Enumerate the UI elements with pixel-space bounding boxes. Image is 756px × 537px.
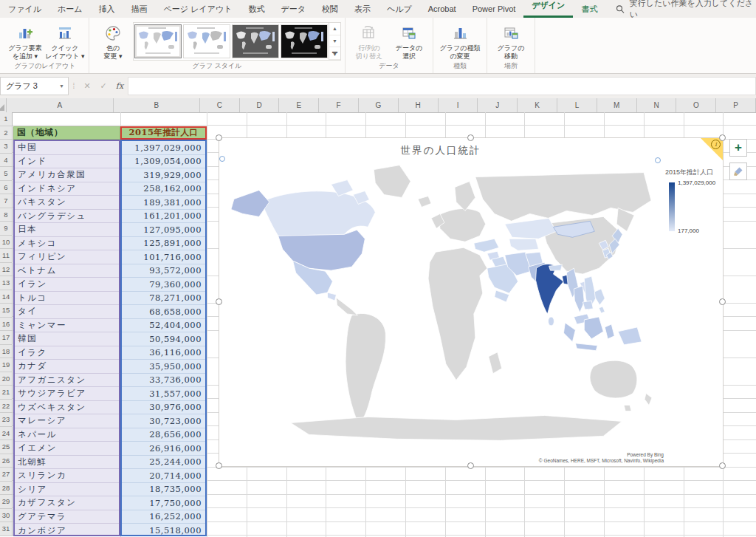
- population-range[interactable]: 1,397,029,0001,309,054,000319,929,000258…: [120, 140, 207, 536]
- country-cell[interactable]: インド: [15, 155, 119, 169]
- country-cell[interactable]: ミャンマー: [15, 319, 119, 333]
- chart-resize-handle[interactable]: [719, 298, 726, 305]
- tab-11[interactable]: Acrobat: [420, 0, 464, 18]
- column-header-G[interactable]: G: [359, 98, 399, 112]
- chart-style-2[interactable]: [183, 24, 230, 58]
- population-cell[interactable]: 127,095,000: [122, 223, 205, 237]
- country-cell[interactable]: 日本: [15, 223, 119, 237]
- row-header-13[interactable]: 13: [0, 276, 13, 290]
- tab-3[interactable]: 挿入: [91, 0, 123, 18]
- population-cell[interactable]: 25,244,000: [122, 456, 205, 470]
- tab-7[interactable]: データ: [272, 0, 314, 18]
- row-header-4[interactable]: 4: [0, 154, 13, 168]
- column-header-I[interactable]: I: [439, 98, 478, 112]
- country-cell[interactable]: トルコ: [15, 292, 119, 306]
- row-header-14[interactable]: 14: [0, 290, 13, 304]
- country-cell[interactable]: イラク: [15, 346, 119, 360]
- country-cell[interactable]: タイ: [15, 305, 119, 319]
- population-cell[interactable]: 20,714,000: [122, 469, 205, 483]
- population-cell[interactable]: 17,750,000: [122, 496, 205, 510]
- select-data-button[interactable]: データの 選択: [389, 19, 429, 61]
- chart-style-1[interactable]: [134, 24, 182, 58]
- cancel-button[interactable]: ✕: [79, 81, 95, 91]
- row-header-23[interactable]: 23: [0, 413, 13, 427]
- population-cell[interactable]: 52,404,000: [122, 319, 205, 333]
- chart-elements-button[interactable]: +: [729, 139, 747, 157]
- population-cell[interactable]: 93,572,000: [122, 264, 205, 278]
- chart-resize-handle[interactable]: [216, 298, 222, 305]
- tab-2[interactable]: ホーム: [49, 0, 91, 18]
- chart-resize-handle[interactable]: [467, 462, 474, 469]
- country-cell[interactable]: カンボジア: [15, 524, 119, 537]
- column-header-N[interactable]: N: [637, 98, 677, 112]
- plot-handle[interactable]: [219, 156, 225, 162]
- name-box[interactable]: グラフ 3 ▼: [0, 77, 69, 95]
- column-header-J[interactable]: J: [478, 98, 518, 112]
- population-cell[interactable]: 161,201,000: [122, 210, 205, 224]
- add-chart-element-button[interactable]: グラフ要素 を追加 ▾: [5, 19, 45, 61]
- population-cell[interactable]: 36,116,000: [122, 346, 205, 360]
- chart-style-3[interactable]: [232, 24, 279, 58]
- country-cell[interactable]: ネパール: [15, 428, 119, 442]
- quick-layout-button[interactable]: クイック レイアウト ▾: [45, 19, 85, 61]
- row-header-25[interactable]: 25: [0, 440, 13, 454]
- country-cell[interactable]: メキシコ: [15, 237, 119, 251]
- select-all-corner[interactable]: [0, 98, 7, 112]
- population-cell[interactable]: 18,735,000: [122, 483, 205, 497]
- column-header-L[interactable]: L: [557, 98, 597, 112]
- population-cell[interactable]: 1,309,054,000: [122, 155, 205, 169]
- tell-me-search[interactable]: 実行したい作業を入力してください: [616, 0, 756, 18]
- row-header-10[interactable]: 10: [0, 236, 13, 250]
- country-cell[interactable]: アフガニスタン: [15, 374, 119, 388]
- population-cell[interactable]: 28,656,000: [122, 428, 205, 442]
- plot-handle[interactable]: [655, 157, 661, 163]
- population-cell[interactable]: 30,723,000: [122, 414, 205, 428]
- population-cell[interactable]: 33,736,000: [122, 374, 205, 388]
- country-cell[interactable]: パキスタン: [15, 196, 119, 210]
- row-header-1[interactable]: 1: [0, 112, 13, 126]
- move-chart-button[interactable]: グラフの 移動: [491, 19, 531, 61]
- row-header-18[interactable]: 18: [0, 345, 13, 359]
- map-chart[interactable]: 世界の人口統計 2015年推計人口 1,397,029,000 177,000: [219, 137, 724, 467]
- country-cell[interactable]: カナダ: [15, 360, 119, 374]
- country-cell[interactable]: インドネシア: [15, 182, 119, 196]
- gallery-more-button[interactable]: ▬▼: [329, 47, 340, 60]
- country-cell[interactable]: マレーシア: [15, 414, 119, 428]
- grid-area[interactable]: 国（地域） 2015年推計人口 中国インドアメリカ合衆国インドネシアパキスタンバ…: [0, 112, 756, 537]
- country-cell[interactable]: イエメン: [15, 442, 119, 456]
- chart-resize-handle[interactable]: [216, 134, 222, 141]
- row-header-21[interactable]: 21: [0, 386, 13, 400]
- country-cell[interactable]: ウズベキスタン: [15, 401, 119, 415]
- country-cell[interactable]: カザフスタン: [15, 496, 119, 510]
- column-header-A[interactable]: A: [7, 98, 114, 112]
- country-cell[interactable]: グアテマラ: [15, 510, 119, 524]
- chart-resize-handle[interactable]: [216, 462, 222, 469]
- column-header-K[interactable]: K: [518, 98, 557, 112]
- row-header-9[interactable]: 9: [0, 222, 13, 236]
- column-header-P[interactable]: P: [716, 98, 756, 112]
- name-box-dropdown-icon[interactable]: ▼: [59, 83, 68, 89]
- column-header-F[interactable]: F: [319, 98, 359, 112]
- world-map[interactable]: [221, 156, 655, 445]
- tab-10[interactable]: ヘルプ: [379, 0, 420, 18]
- row-header-11[interactable]: 11: [0, 249, 13, 263]
- country-cell[interactable]: 北朝鮮: [15, 456, 119, 470]
- population-cell[interactable]: 101,716,000: [122, 250, 205, 264]
- column-header-D[interactable]: D: [240, 98, 280, 112]
- country-cell[interactable]: 韓国: [15, 332, 119, 346]
- population-cell[interactable]: 30,976,000: [122, 401, 205, 415]
- row-header-26[interactable]: 26: [0, 454, 13, 468]
- row-header-17[interactable]: 17: [0, 331, 13, 345]
- row-header-30[interactable]: 30: [0, 509, 13, 523]
- cell-A2-country-header[interactable]: 国（地域）: [13, 126, 120, 140]
- row-header-5[interactable]: 5: [0, 167, 13, 181]
- column-header-C[interactable]: C: [200, 98, 240, 112]
- row-header-22[interactable]: 22: [0, 400, 13, 414]
- population-cell[interactable]: 31,557,000: [122, 387, 205, 401]
- enter-button[interactable]: ✓: [95, 81, 111, 91]
- tab-6[interactable]: 数式: [240, 0, 272, 18]
- country-cell[interactable]: アメリカ合衆国: [15, 168, 119, 182]
- tab-9[interactable]: 表示: [346, 0, 379, 18]
- population-cell[interactable]: 26,916,000: [122, 442, 205, 456]
- row-header-15[interactable]: 15: [0, 304, 13, 318]
